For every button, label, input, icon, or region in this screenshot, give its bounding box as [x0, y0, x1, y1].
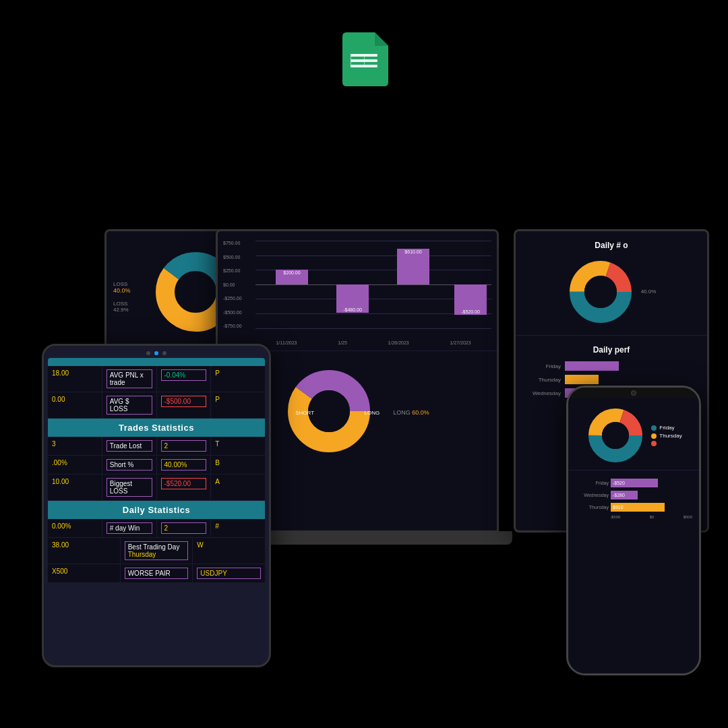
bar4-label: -$520.00 — [461, 309, 480, 315]
cell-worse-pair-label: WORSE PAIR — [125, 568, 189, 579]
perf-row-thursday: Thursday $910 — [575, 503, 692, 512]
cell-hash: # — [211, 519, 265, 537]
svg-point-13 — [584, 276, 617, 308]
stats-row-avgloss: 0.00 AVG $ LOSS -$500.00 P — [48, 392, 265, 419]
cell-w: W — [193, 538, 265, 564]
trades-stats-header: Trades Statistics — [48, 419, 265, 437]
cell-avg-loss-val: -$500.00 — [161, 396, 207, 407]
svg-point-17 — [602, 422, 629, 449]
cell-biggest-loss-label: Biggest LOSS — [107, 478, 152, 497]
cell-18: 18.00 — [48, 366, 102, 392]
cell-short-val: 40.00% — [161, 459, 207, 471]
cell-short-pct1: .00% — [48, 456, 102, 474]
cell-3800: 38.00 — [48, 538, 121, 564]
cell-p1: P — [211, 366, 265, 392]
cell-000: 0.00 — [48, 392, 102, 418]
phone-camera — [631, 390, 636, 396]
tablet-device: 18.00 AVG PNL x trade -0.04% P 0.00 AVG … — [42, 344, 271, 667]
cell-avg-pnl-label: AVG PNL x trade — [107, 369, 152, 388]
cell-short-label: Short % — [107, 459, 152, 471]
daily-trades-donut — [567, 258, 634, 326]
cell-p2: P — [211, 392, 265, 418]
daily-stats-header: Daily Statistics — [48, 501, 265, 519]
stats-row-bigloss: 10.00 Biggest LOSS -$520.00 A — [48, 475, 265, 501]
cell-b: B — [211, 456, 265, 474]
cell-daywin-val: 2 — [161, 522, 207, 534]
cell-trade-lost-val: 2 — [161, 440, 207, 452]
svg-rect-3 — [351, 54, 351, 67]
short-donut-label: SHORT — [295, 410, 314, 416]
perf-row-friday: Friday -$520 — [575, 479, 692, 487]
cell-t: T — [211, 437, 265, 455]
phone-device: Friday Thursday Fri — [566, 386, 701, 675]
stats-row-bestday: 38.00 Best Trading Day Thursday W — [48, 538, 265, 564]
tablet-dot-3 — [162, 351, 166, 355]
stats-row-worsepair: X500 WORSE PAIR USDJPY — [48, 564, 265, 583]
svg-rect-4 — [364, 54, 365, 67]
cell-1000: 10.00 — [48, 475, 102, 500]
tablet-dot-1 — [146, 351, 150, 355]
cell-a: A — [211, 475, 265, 500]
daily-perf-title: Daily perf — [521, 341, 702, 359]
stats-panel: 18.00 AVG PNL x trade -0.04% P 0.00 AVG … — [48, 358, 265, 583]
stats-row-avgpnl: 18.00 AVG PNL x trade -0.04% P — [48, 366, 265, 392]
bar3-label: $610.00 — [404, 249, 421, 254]
cell-avg-loss-label: AVG $ LOSS — [107, 396, 152, 415]
cell-bestday-label: Best Trading Day Thursday — [125, 541, 189, 560]
phone-screen: Friday Thursday Fri — [568, 398, 699, 673]
cell-trade-lost-label: Trade Lost — [107, 440, 152, 452]
stats-row-tradelost: 3 Trade Lost 2 T — [48, 437, 265, 456]
perf-row-wednesday: Wednesday -$280 — [575, 491, 692, 499]
bar1-label: $200.00 — [283, 270, 300, 275]
daily-trades-title: Daily # o — [521, 237, 702, 254]
long-pct-label: LONG 60.0% — [393, 409, 429, 416]
cell-daywin-pct: 0.00% — [48, 519, 102, 537]
stats-row-short: .00% Short % 40.00% B — [48, 456, 265, 475]
bar2-label: -$480.00 — [343, 307, 362, 313]
stats-row-daywin: 0.00% # day Win 2 # — [48, 519, 265, 538]
cell-worse-pair-val: USDJPY — [197, 568, 261, 579]
partial-donut — [155, 251, 222, 332]
tablet-camera-bar — [44, 346, 269, 358]
sheets-icon — [340, 32, 388, 86]
cell-avg-pnl-val: -0.04% — [161, 369, 207, 381]
cell-daywin-label: # day Win — [107, 522, 152, 534]
phone-camera-area — [568, 388, 699, 398]
cell-3: 3 — [48, 437, 102, 455]
account-stats-header — [48, 358, 265, 366]
sheets-icon-container — [340, 32, 388, 86]
long-donut-label: LONG — [365, 410, 380, 416]
cell-biggest-loss-val: -$520.00 — [161, 478, 207, 489]
tablet-dot-2 — [154, 351, 158, 355]
svg-point-9 — [308, 390, 350, 432]
phone-donut — [585, 405, 646, 466]
cell-x500: X500 — [48, 564, 121, 582]
